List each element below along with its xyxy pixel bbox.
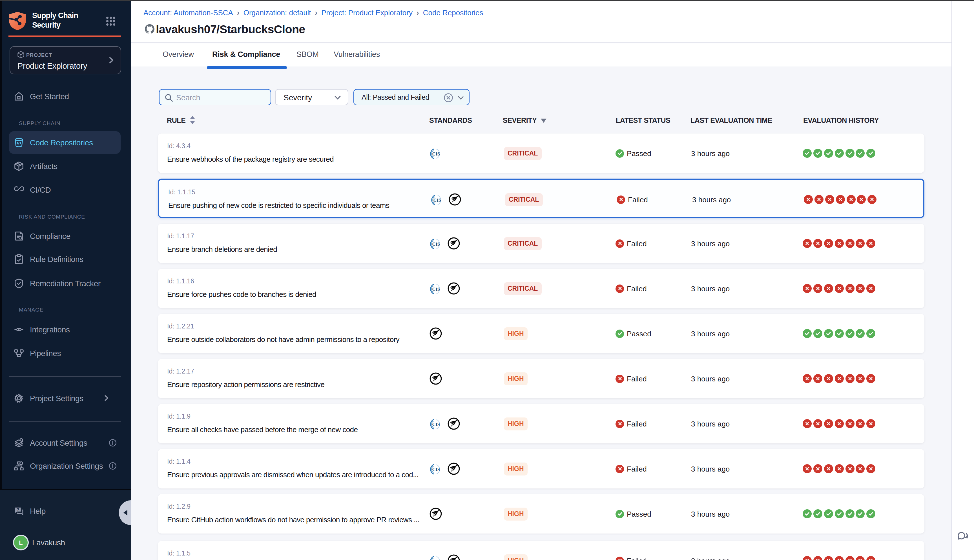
svg-text:CIS: CIS [432,422,440,427]
svg-text:CIS: CIS [432,558,440,560]
svg-text:?: ? [17,507,19,512]
svg-text:CIS: CIS [432,287,440,292]
svg-text:CIS: CIS [432,151,440,157]
svg-text:CIS: CIS [432,467,440,472]
svg-text:CIS: CIS [432,242,440,247]
svg-text:CIS: CIS [434,197,441,203]
